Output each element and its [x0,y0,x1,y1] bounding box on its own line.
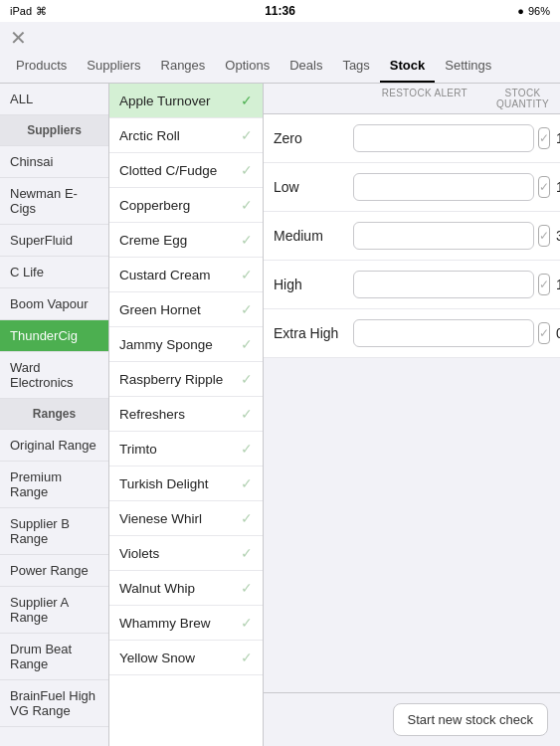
sidebar-item-all[interactable]: ALL [0,84,108,115]
stock-row-high: High ✓ 17 ✕ [264,261,560,309]
qty-medium: 34 [556,228,560,244]
sidebar-header-ranges: Ranges [0,399,108,430]
product-label: Refreshers [119,407,185,422]
product-item-creme-egg[interactable]: Creme Egg ✓ [109,223,263,258]
restock-check-extra-high[interactable]: ✓ [538,322,550,344]
main-content: ALL Suppliers Chinsai Newman E-Cigs Supe… [0,84,560,746]
start-stock-check-button[interactable]: Start new stock check [393,703,548,736]
tab-settings[interactable]: Settings [435,50,501,83]
bottom-bar: Start new stock check [264,692,560,746]
battery-icon: ● [517,5,524,17]
sidebar-item-boom[interactable]: Boom Vapour [0,288,108,320]
check-icon: ✓ [241,162,253,178]
check-icon: ✓ [241,510,253,526]
check-icon: ✓ [241,371,253,387]
sidebar-item-brainfuel[interactable]: BrainFuel High VG Range [0,680,108,727]
qty-high: 17 [556,277,560,292]
product-label: Jammy Sponge [119,337,213,352]
check-icon: ✓ [241,545,253,561]
tab-options[interactable]: Options [215,50,280,83]
close-button[interactable]: ✕ [10,28,27,48]
product-item-vienese-whirl[interactable]: Vienese Whirl ✓ [109,501,263,536]
product-item-green-hornet[interactable]: Green Hornet ✓ [109,292,263,327]
stock-rows: Zero ✓ 18 ✕ Low ✓ 19 ✕ Medium ✓ 34 ✕ [264,114,560,358]
tab-ranges[interactable]: Ranges [151,50,216,83]
restock-input-low[interactable] [353,173,534,201]
product-item-trimto[interactable]: Trimto ✓ [109,432,263,466]
product-item-jammy-sponge[interactable]: Jammy Sponge ✓ [109,327,263,362]
product-item-whammy-brew[interactable]: Whammy Brew ✓ [109,606,263,641]
product-item-copperberg[interactable]: Copperberg ✓ [109,188,263,223]
product-label: Copperberg [119,198,190,213]
stock-row-low: Low ✓ 19 ✕ [264,163,560,212]
product-item-yellow-snow[interactable]: Yellow Snow ✓ [109,641,263,675]
product-item-violets[interactable]: Violets ✓ [109,536,263,571]
product-item-refreshers[interactable]: Refreshers ✓ [109,397,263,432]
product-label: Custard Cream [119,268,211,282]
sidebar-header-suppliers: Suppliers [0,115,108,146]
restock-input-medium[interactable] [353,222,534,250]
stock-row-zero: Zero ✓ 18 ✕ [264,114,560,163]
sidebar-item-original[interactable]: Original Range [0,430,108,462]
tab-stock[interactable]: Stock [380,50,435,83]
sidebar-item-clife[interactable]: C Life [0,257,108,288]
tab-suppliers[interactable]: Suppliers [77,50,150,83]
tab-products[interactable]: Products [6,50,77,83]
sidebar-item-premium[interactable]: Premium Range [0,462,108,508]
sidebar-item-superfluid[interactable]: SuperFluid [0,225,108,257]
tab-tags[interactable]: Tags [332,50,379,83]
sidebar-item-newman[interactable]: Newman E-Cigs [0,178,108,225]
restock-check-medium[interactable]: ✓ [538,225,550,247]
restock-input-extra-high[interactable] [353,319,534,347]
close-row: ✕ [0,22,560,50]
check-icon: ✓ [241,580,253,596]
qty-zero: 18 [556,130,560,146]
sidebar-item-thundercig[interactable]: ThunderCig [0,320,108,352]
product-item-clotted-cfudge[interactable]: Clotted C/Fudge ✓ [109,153,263,188]
product-item-turkish-delight[interactable]: Turkish Delight ✓ [109,466,263,501]
stock-row-extra-high: Extra High ✓ 0 ✕ [264,309,560,358]
wifi-icon: ⌘ [36,5,47,18]
check-icon: ✓ [241,650,253,665]
stock-header: RESTOCK ALERT STOCK QUANTITY [264,84,560,114]
restock-check-low[interactable]: ✓ [538,176,550,198]
product-label: Whammy Brew [119,616,211,631]
product-item-raspberry-ripple[interactable]: Raspberry Ripple ✓ [109,362,263,397]
product-label: Violets [119,546,159,561]
sidebar-item-power[interactable]: Power Range [0,555,108,587]
product-item-walnut-whip[interactable]: Walnut Whip ✓ [109,571,263,606]
qty-extra-high: 0 [556,325,560,341]
stock-level-label: Extra High [274,325,353,341]
sidebar: ALL Suppliers Chinsai Newman E-Cigs Supe… [0,84,109,746]
sidebar-item-suppliera[interactable]: Supplier A Range [0,587,108,634]
check-icon: ✓ [241,197,253,213]
sidebar-item-drumbeat[interactable]: Drum Beat Range [0,634,108,680]
device-label: iPad [10,5,32,17]
tab-deals[interactable]: Deals [280,50,332,83]
stock-level-label: Medium [274,228,353,244]
check-icon: ✓ [241,93,253,108]
sidebar-item-ward[interactable]: Ward Electronics [0,352,108,399]
product-label: Raspberry Ripple [119,372,223,387]
right-panel: RESTOCK ALERT STOCK QUANTITY Zero ✓ 18 ✕… [264,84,560,746]
battery-label: 96% [528,5,550,17]
restock-check-high[interactable]: ✓ [538,274,550,295]
check-icon: ✓ [241,406,253,422]
restock-input-high[interactable] [353,271,534,298]
status-time: 11:36 [265,4,295,18]
product-list: Apple Turnover ✓ Arctic Roll ✓ Clotted C… [109,84,264,746]
product-label: Walnut Whip [119,581,195,596]
product-item-apple-turnover[interactable]: Apple Turnover ✓ [109,84,263,118]
check-icon: ✓ [241,267,253,282]
product-label: Creme Egg [119,233,187,248]
check-icon: ✓ [241,615,253,631]
restock-input-zero[interactable] [353,124,534,152]
check-icon: ✓ [241,336,253,352]
sidebar-item-chinsai[interactable]: Chinsai [0,146,108,178]
restock-check-zero[interactable]: ✓ [538,127,550,149]
stock-level-label: Zero [274,130,353,146]
sidebar-item-supplierb[interactable]: Supplier B Range [0,508,108,555]
product-item-arctic-roll[interactable]: Arctic Roll ✓ [109,118,263,153]
status-bar: iPad ⌘ 11:36 ● 96% [0,0,560,22]
product-item-custard-cream[interactable]: Custard Cream ✓ [109,258,263,292]
